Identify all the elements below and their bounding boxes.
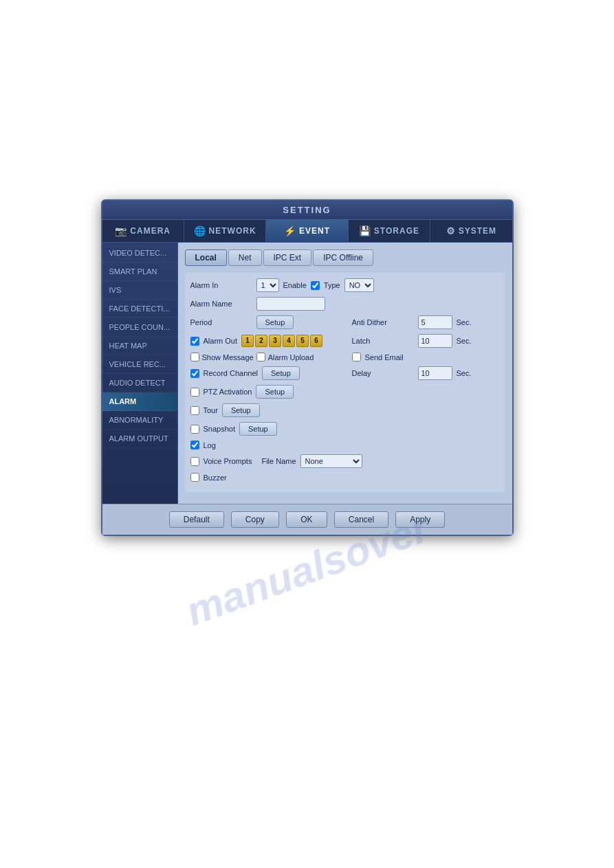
sub-tab-ipc-ext[interactable]: IPC Ext: [263, 249, 312, 266]
tab-system[interactable]: ⚙ SYSTEM: [430, 220, 512, 242]
tour-row: Tour Setup: [190, 403, 500, 417]
channel-btn-1[interactable]: 1: [241, 335, 254, 347]
channel-btn-2[interactable]: 2: [255, 335, 267, 347]
alarm-upload-checkbox[interactable]: [256, 353, 265, 361]
sidebar: VIDEO DETEC... SMART PLAN IVS FACE DETEC…: [102, 243, 178, 504]
snapshot-checkbox[interactable]: [190, 425, 199, 434]
tab-camera[interactable]: 📷 CAMERA: [102, 220, 184, 242]
record-setup-button[interactable]: Setup: [262, 366, 300, 380]
anti-dither-label: Anti Dither: [352, 318, 414, 326]
enable-checkbox[interactable]: [311, 281, 320, 290]
sidebar-item-people-count[interactable]: PEOPLE COUN...: [102, 318, 177, 337]
event-icon: ⚡: [284, 225, 296, 236]
channel-buttons: 1 2 3 4 5 6: [241, 335, 322, 347]
storage-icon: 💾: [359, 225, 371, 236]
record-channel-delay-row: Record Channel Setup Delay Sec.: [190, 366, 500, 380]
alarm-out-checkbox[interactable]: [190, 337, 199, 346]
sidebar-item-heat-map[interactable]: HEAT MAP: [102, 337, 177, 355]
show-message-checkbox[interactable]: [190, 353, 199, 361]
buzzer-label: Buzzer: [204, 474, 227, 482]
sub-tab-net[interactable]: Net: [228, 249, 262, 266]
alarm-upload-label: Alarm Upload: [268, 353, 314, 361]
apply-button[interactable]: Apply: [395, 511, 445, 528]
sub-tab-local[interactable]: Local: [185, 249, 227, 266]
tab-storage-label: STORAGE: [374, 226, 419, 236]
tab-storage[interactable]: 💾 STORAGE: [349, 220, 430, 242]
sidebar-item-abnormality[interactable]: ABNORMALITY: [102, 411, 177, 430]
channel-btn-5[interactable]: 5: [296, 335, 309, 347]
log-checkbox[interactable]: [190, 441, 199, 449]
alarm-name-row: Alarm Name: [190, 297, 500, 311]
tab-system-label: SYSTEM: [459, 226, 496, 236]
sidebar-item-alarm[interactable]: ALARM: [102, 392, 177, 411]
type-select[interactable]: NO NC: [344, 278, 374, 292]
default-button[interactable]: Default: [169, 511, 224, 528]
log-row: Log: [190, 441, 500, 449]
enable-label: Enable: [283, 281, 307, 289]
log-label: Log: [204, 441, 216, 449]
tab-network-label: NETWORK: [209, 226, 256, 236]
ptz-setup-button[interactable]: Setup: [256, 385, 294, 399]
network-icon: 🌐: [194, 225, 206, 236]
buzzer-row: Buzzer: [190, 473, 500, 482]
tour-checkbox[interactable]: [190, 406, 199, 415]
copy-button[interactable]: Copy: [231, 511, 279, 528]
record-channel-checkbox[interactable]: [190, 369, 199, 378]
camera-icon: 📷: [115, 225, 127, 236]
system-icon: ⚙: [446, 225, 456, 236]
send-email-checkbox[interactable]: [352, 353, 361, 361]
sub-tabs: Local Net IPC Ext IPC Offline: [185, 249, 505, 266]
period-anti-dither-row: Period Setup Anti Dither Sec.: [190, 315, 500, 329]
snapshot-row: Snapshot Setup: [190, 422, 500, 436]
anti-dither-input[interactable]: [418, 315, 452, 329]
record-channel-label: Record Channel: [204, 369, 259, 377]
sidebar-item-video-detec[interactable]: VIDEO DETEC...: [102, 244, 177, 263]
show-message-row: Show Message Alarm Upload Send Email: [190, 353, 500, 361]
channel-btn-3[interactable]: 3: [269, 335, 281, 347]
delay-label: Delay: [352, 369, 414, 377]
buzzer-checkbox[interactable]: [190, 473, 199, 482]
period-setup-button[interactable]: Setup: [256, 315, 294, 329]
ptz-checkbox[interactable]: [190, 388, 199, 397]
snapshot-setup-button[interactable]: Setup: [239, 422, 277, 436]
alarm-name-label: Alarm Name: [190, 300, 252, 308]
tab-event[interactable]: ⚡ EVENT: [266, 220, 348, 242]
ptz-label: PTZ Activation: [204, 388, 252, 396]
alarm-in-row: Alarm In 1 Enable Type NO NC: [190, 278, 500, 292]
type-label: Type: [324, 281, 340, 289]
sidebar-item-vehicle-rec[interactable]: VEHICLE REC...: [102, 355, 177, 374]
form-section: Alarm In 1 Enable Type NO NC Alarm Name: [185, 273, 505, 492]
sub-tab-ipc-offline[interactable]: IPC Offline: [313, 249, 373, 266]
file-name-select[interactable]: None: [300, 454, 362, 468]
sidebar-item-audio-detect[interactable]: AUDIO DETECT: [102, 374, 177, 392]
delay-input[interactable]: [418, 366, 452, 380]
ok-button[interactable]: OK: [286, 511, 327, 528]
alarm-in-label: Alarm In: [190, 281, 252, 289]
title-bar: SETTING: [102, 201, 512, 220]
sidebar-item-ivs[interactable]: IVS: [102, 281, 177, 300]
anti-dither-sec: Sec.: [457, 318, 472, 326]
alarm-name-input[interactable]: [256, 297, 325, 311]
voice-prompts-checkbox[interactable]: [190, 457, 199, 466]
channel-btn-6[interactable]: 6: [310, 335, 322, 347]
snapshot-label: Snapshot: [204, 425, 235, 433]
main-content: VIDEO DETEC... SMART PLAN IVS FACE DETEC…: [102, 243, 512, 504]
sidebar-item-face-detect[interactable]: FACE DETECTI...: [102, 300, 177, 318]
nav-tabs: 📷 CAMERA 🌐 NETWORK ⚡ EVENT 💾 STORAGE ⚙ S…: [102, 220, 512, 243]
cancel-button[interactable]: Cancel: [334, 511, 388, 528]
bottom-buttons: Default Copy OK Cancel Apply: [102, 504, 512, 535]
tour-setup-button[interactable]: Setup: [222, 403, 260, 417]
tour-label: Tour: [204, 406, 218, 414]
send-email-label: Send Email: [365, 353, 404, 361]
tab-network[interactable]: 🌐 NETWORK: [184, 220, 266, 242]
ptz-row: PTZ Activation Setup: [190, 385, 500, 399]
latch-input[interactable]: [418, 334, 452, 348]
tab-event-label: EVENT: [299, 226, 330, 236]
sidebar-item-smart-plan[interactable]: SMART PLAN: [102, 263, 177, 281]
voice-prompts-row: Voice Prompts File Name None: [190, 454, 500, 468]
alarm-out-latch-row: Alarm Out 1 2 3 4 5 6 Latch Sec: [190, 334, 500, 348]
channel-btn-4[interactable]: 4: [283, 335, 295, 347]
sidebar-item-alarm-output[interactable]: ALARM OUTPUT: [102, 430, 177, 448]
alarm-in-select[interactable]: 1: [256, 278, 279, 292]
window-title: SETTING: [283, 205, 331, 215]
